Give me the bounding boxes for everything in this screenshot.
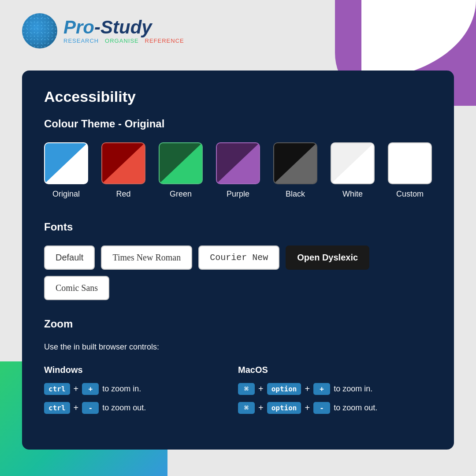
cmd-key-zoom-in: ⌘ (238, 383, 255, 395)
theme-label-black: Black (286, 190, 305, 199)
plus-4: + (305, 384, 310, 394)
font-btn-comic[interactable]: Comic Sans (44, 276, 109, 300)
font-buttons-container: Default Times New Roman Courier New Open… (44, 245, 432, 300)
zoom-columns: Windows ctrl + + to zoom in. ctrl + - to… (44, 365, 432, 421)
windows-title: Windows (44, 365, 238, 375)
ctrl-key-zoom-out: ctrl (44, 402, 70, 414)
plus-6: + (305, 403, 310, 413)
font-btn-default[interactable]: Default (44, 245, 95, 270)
colour-theme-title: Colour Theme - Original (44, 118, 432, 130)
theme-swatch-custom (388, 142, 432, 184)
theme-label-purple: Purple (227, 190, 249, 199)
header: Pro-Study RESEARCH ORGANISE REFERENCE (22, 13, 184, 48)
zoom-windows-col: Windows ctrl + + to zoom in. ctrl + - to… (44, 365, 238, 421)
main-panel: Accessibility Colour Theme - Original Or… (22, 71, 454, 450)
fonts-title: Fonts (44, 221, 432, 233)
zoom-section: Zoom Use the in built browser controls: … (44, 318, 432, 421)
cmd-key-zoom-out: ⌘ (238, 402, 255, 414)
font-btn-dyslexic[interactable]: Open Dyslexic (286, 245, 369, 270)
theme-purple[interactable]: Purple (216, 142, 260, 199)
fonts-section: Fonts Default Times New Roman Courier Ne… (44, 221, 432, 300)
theme-label-green: Green (170, 190, 192, 199)
theme-red[interactable]: Red (101, 142, 145, 199)
theme-original[interactable]: Original (44, 142, 88, 199)
zoom-macos-col: MacOS ⌘ + option + + to zoom in. ⌘ + opt… (238, 365, 432, 421)
macos-zoom-in: ⌘ + option + + to zoom in. (238, 383, 432, 395)
zoom-in-text-win: to zoom in. (102, 384, 141, 394)
ctrl-key-zoom-in: ctrl (44, 383, 70, 395)
logo-text: Pro-Study RESEARCH ORGANISE REFERENCE (63, 18, 184, 44)
logo-name: Pro-Study (63, 18, 184, 37)
theme-swatch-green (159, 142, 203, 184)
tagline-reference: REFERENCE (145, 37, 184, 44)
logo-dots (22, 13, 57, 48)
option-key-zoom-out: option (267, 402, 301, 414)
theme-green[interactable]: Green (159, 142, 203, 199)
windows-zoom-in: ctrl + + to zoom in. (44, 383, 238, 395)
zoom-in-text-mac: to zoom in. (334, 384, 372, 394)
font-btn-courier[interactable]: Courier New (198, 245, 279, 270)
macos-title: MacOS (238, 365, 432, 375)
minus-key-zoom-out: - (82, 402, 99, 414)
logo-tagline: RESEARCH ORGANISE REFERENCE (63, 37, 184, 44)
plus-key-zoom-in: + (82, 383, 99, 395)
windows-zoom-out: ctrl + - to zoom out. (44, 402, 238, 414)
theme-swatch-purple (216, 142, 260, 184)
theme-swatch-original (44, 142, 88, 184)
tagline-research: RESEARCH (63, 37, 99, 44)
theme-label-original: Original (52, 190, 80, 199)
theme-label-white: White (342, 190, 363, 199)
plus-1: + (74, 384, 79, 394)
theme-custom[interactable]: Custom (388, 142, 432, 199)
theme-swatch-red (101, 142, 145, 184)
theme-white[interactable]: White (331, 142, 375, 199)
tagline-organise: ORGANISE (105, 37, 139, 44)
zoom-description: Use the in built browser controls: (44, 342, 432, 352)
plus-2: + (74, 403, 79, 413)
logo-icon (22, 13, 57, 48)
theme-label-red: Red (116, 190, 130, 199)
minus-key-mac-zoom-out: - (313, 402, 330, 414)
theme-swatch-black (273, 142, 317, 184)
plus-3: + (258, 384, 264, 394)
font-btn-times[interactable]: Times New Roman (101, 245, 192, 270)
plus-key-mac-zoom-in: + (313, 383, 330, 395)
macos-zoom-out: ⌘ + option + - to zoom out. (238, 402, 432, 414)
accessibility-title: Accessibility (44, 88, 432, 105)
zoom-out-text-win: to zoom out. (102, 403, 146, 413)
colour-themes-container: Original Red Green Purple Black White Cu… (44, 142, 432, 199)
theme-black[interactable]: Black (273, 142, 317, 199)
theme-label-custom: Custom (396, 190, 424, 199)
plus-5: + (258, 403, 264, 413)
zoom-title: Zoom (44, 318, 432, 330)
zoom-out-text-mac: to zoom out. (334, 403, 377, 413)
option-key-zoom-in: option (267, 383, 301, 395)
theme-swatch-white (331, 142, 375, 184)
